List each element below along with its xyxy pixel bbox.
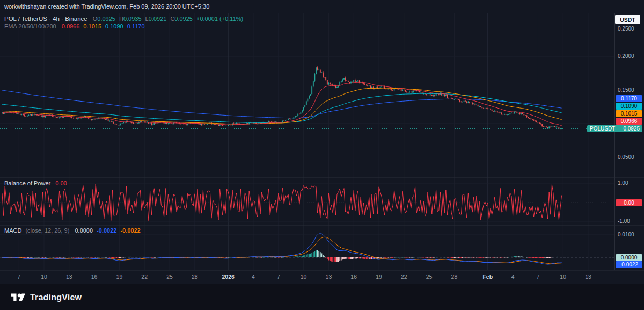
macd-scale-top: 0.0100 — [618, 232, 634, 237]
bop-scale-top: 1.00 — [618, 180, 628, 186]
macd-value-badge: 0.0000 — [616, 254, 642, 261]
macd-value-badge: -0.0022 — [616, 261, 642, 268]
time-axis[interactable]: 71013161922252820264710131619222528Feb47… — [0, 270, 614, 284]
bop-indicator-title[interactable]: Balance of Power — [4, 180, 50, 186]
tradingview-logo-icon — [11, 292, 25, 304]
time-tick: 13 — [585, 273, 591, 280]
macd-legend-value: -0.0022 — [97, 227, 116, 234]
footer-bar: TradingView — [0, 284, 644, 310]
time-tick: 10 — [301, 273, 307, 280]
ohlc-value: 0.0925 — [174, 16, 193, 22]
ema-value-badge: 0.1170 — [616, 95, 642, 102]
time-tick: 19 — [376, 273, 382, 280]
bop-value-badge: 0.00 — [616, 199, 642, 206]
time-tick: 28 — [192, 273, 198, 280]
time-tick: 22 — [141, 273, 148, 280]
candles-layer — [2, 66, 562, 129]
bop-value-text: 0.00 — [55, 180, 67, 186]
time-tick: 7 — [277, 273, 280, 280]
ema-value-badge: 0.1090 — [616, 103, 642, 110]
time-tick: 28 — [451, 273, 458, 280]
time-tick: 13 — [326, 273, 332, 280]
ema-legend-value: 0.1170 — [127, 23, 145, 30]
time-tick: 2026 — [222, 273, 235, 280]
time-tick: 19 — [116, 273, 123, 280]
price-scale-label: 0.2000 — [618, 53, 634, 59]
time-tick: 25 — [166, 273, 173, 280]
currency-toggle-button[interactable]: USDT — [615, 15, 640, 24]
ohlc-label: H — [119, 16, 123, 22]
time-tick: Feb — [482, 273, 493, 280]
ema-legend-values: 0.09660.10150.10900.1170 — [58, 23, 145, 30]
ema-value-badge: 0.0966 — [616, 118, 642, 125]
ema-legend-title[interactable]: EMA 20/50/100/200 — [4, 23, 56, 30]
ema-legend: EMA 20/50/100/200 0.09660.10150.10900.11… — [4, 23, 145, 30]
time-tick: 16 — [91, 273, 98, 280]
ohlc-value: 0.0935 — [123, 16, 142, 22]
price-scale-label: 0.0500 — [618, 154, 634, 160]
chart-canvas[interactable] — [0, 0, 644, 310]
change-value: +0.0001 (+0.11%) — [196, 16, 243, 22]
macd-params: (close, 12, 26, 9) — [25, 227, 69, 234]
tradingview-logo-link[interactable]: TradingView — [0, 284, 129, 310]
tradingview-chart-window: workwithshayan created with TradingView.… — [0, 0, 644, 310]
ema-value-badge: 0.1015 — [616, 110, 642, 117]
time-tick: 4 — [511, 273, 515, 280]
bop-scale-bottom: -1.00 — [618, 218, 630, 224]
bop-legend: Balance of Power 0.00 — [4, 180, 67, 186]
ohlc-value: 0.0921 — [149, 16, 167, 22]
price-scale-label: 0.2500 — [618, 26, 634, 32]
macd-legend: MACD (close, 12, 26, 9) 0.0000-0.0022-0.… — [4, 227, 141, 234]
time-tick: 10 — [41, 273, 47, 280]
ema-legend-value: 0.1015 — [83, 23, 101, 30]
time-tick: 4 — [252, 273, 255, 280]
symbol-legend: POL / TetherUS · 4h · Binance O0.0925H0.… — [4, 16, 243, 22]
time-tick: 7 — [536, 273, 539, 280]
macd-legend-value: -0.0022 — [120, 227, 140, 234]
time-tick: 16 — [350, 273, 357, 280]
time-tick: 25 — [426, 273, 433, 280]
tradingview-brand-text: TradingView — [30, 293, 82, 302]
time-tick: 13 — [66, 273, 72, 280]
time-tick: 22 — [401, 273, 407, 280]
macd-indicator-title[interactable]: MACD — [4, 227, 21, 234]
macd-last-values: 0.0000-0.0022-0.0022 — [71, 227, 140, 234]
ohlc-value: 0.0925 — [97, 16, 115, 22]
last-price-badge: POLUSDT0.0925 — [587, 125, 642, 132]
ema-legend-value: 0.0966 — [62, 23, 80, 30]
bop-last-value: 0.00 — [52, 180, 67, 186]
price-scale-label: 0.1500 — [618, 87, 634, 93]
ema-legend-value: 0.1090 — [105, 23, 123, 30]
time-tick: 10 — [560, 273, 566, 280]
time-tick: 7 — [17, 273, 20, 280]
macd-layer — [0, 234, 614, 264]
ohlc-values: O0.0925H0.0935L0.0921C0.0925+0.0001 (+0.… — [89, 16, 243, 22]
macd-legend-value: 0.0000 — [75, 227, 93, 234]
symbol-title[interactable]: POL / TetherUS · 4h · Binance — [4, 16, 87, 22]
